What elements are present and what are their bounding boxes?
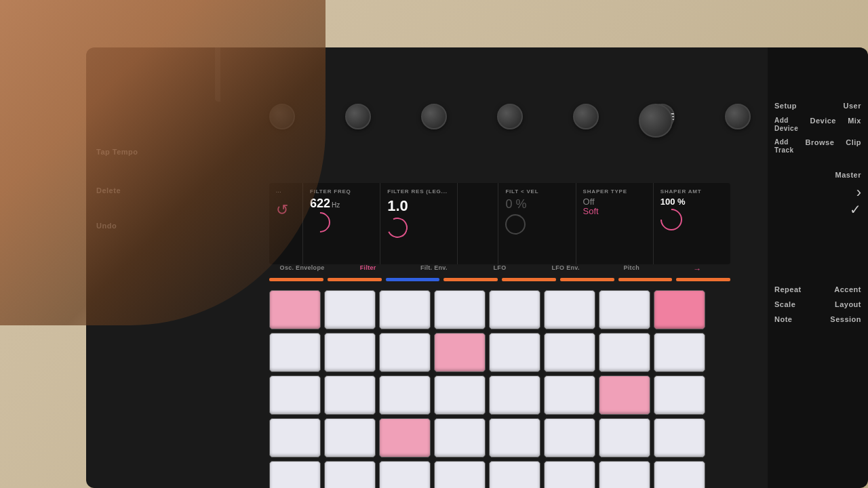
bar-5 (502, 278, 556, 281)
add-device-group: Add Device (774, 117, 798, 133)
check-button[interactable]: ✓ (774, 201, 861, 218)
pad-1-5[interactable] (489, 290, 540, 329)
pad-4-5[interactable] (489, 418, 540, 458)
pad-4-7[interactable] (599, 418, 650, 458)
pad-3-7[interactable] (599, 375, 650, 415)
mix-button[interactable]: Mix (848, 117, 861, 133)
filter-freq-value: 622 (310, 197, 330, 209)
filter-res-knob-indicator (384, 215, 410, 241)
pad-5-1[interactable] (269, 461, 321, 488)
color-bars-row (269, 278, 730, 283)
pad-1-2[interactable] (324, 290, 376, 329)
accent-button[interactable]: Accent (834, 285, 861, 293)
add-track-label2[interactable]: Track (774, 146, 794, 155)
pad-2-6[interactable] (544, 333, 595, 372)
pad-5-3[interactable] (379, 461, 431, 488)
pad-4-3[interactable] (379, 418, 431, 458)
right-large-knob[interactable] (639, 104, 673, 138)
knob-1[interactable] (269, 104, 295, 129)
add-device-label2[interactable]: Device (774, 125, 798, 133)
tab-lfo-env[interactable]: LFO Env. (533, 264, 599, 274)
filter-freq-unit: Hz (332, 201, 340, 209)
repeat-button[interactable]: Repeat (774, 285, 802, 293)
pad-3-2[interactable] (324, 375, 376, 415)
pad-row-5 (269, 461, 730, 488)
filt-vel-value: 0 % (505, 197, 568, 211)
setup-button[interactable]: Setup (774, 102, 797, 110)
pad-5-2[interactable] (324, 461, 376, 488)
knob-3[interactable] (421, 104, 447, 129)
tab-filter[interactable]: Filter (335, 264, 401, 274)
pad-3-6[interactable] (544, 375, 595, 415)
pad-2-1[interactable] (269, 333, 321, 372)
tab-arrow[interactable]: → (665, 264, 730, 274)
pad-row-3 (269, 375, 730, 415)
pad-5-6[interactable] (544, 461, 595, 488)
shaper-off-text: Off (583, 197, 646, 207)
tab-filt-env[interactable]: Filt. Env. (401, 264, 467, 274)
pad-2-3[interactable] (379, 333, 431, 372)
pad-2-2[interactable] (324, 333, 376, 372)
scale-button[interactable]: Scale (774, 300, 795, 308)
pad-4-6[interactable] (544, 418, 595, 458)
note-button[interactable]: Note (774, 315, 792, 323)
pad-1-6[interactable] (544, 290, 595, 329)
bar-7 (618, 278, 673, 281)
add-track-group: Add Track (774, 138, 794, 155)
pad-1-1[interactable] (269, 290, 321, 329)
pad-2-4[interactable] (434, 333, 486, 372)
device-button[interactable]: Device (810, 117, 835, 133)
pad-3-8[interactable] (654, 375, 705, 415)
pad-5-7[interactable] (599, 461, 650, 488)
tab-lfo[interactable]: LFO (467, 264, 532, 274)
pad-3-4[interactable] (434, 375, 486, 415)
pad-5-4[interactable] (434, 461, 486, 488)
tab-osc-envelope[interactable]: Osc. Envelope (269, 264, 335, 274)
pad-3-3[interactable] (379, 375, 431, 415)
shaper-amt-label: SHAPER AMT (660, 188, 724, 195)
session-button[interactable]: Session (830, 315, 861, 323)
shaper-amt-value: 100 % (660, 197, 724, 206)
pad-2-5[interactable] (489, 333, 540, 372)
master-row: Master (774, 168, 861, 180)
browse-button[interactable]: Browse (806, 138, 835, 155)
pad-3-5[interactable] (489, 375, 540, 415)
shaper-type-section: SHAPER TYPE Off Soft (576, 183, 654, 264)
pad-2-7[interactable] (599, 333, 650, 372)
user-button[interactable]: User (844, 102, 861, 110)
filter-res-section: FILTER RES (LEG... 1.0 (380, 183, 458, 264)
empty-section (458, 183, 498, 264)
pad-row-2 (269, 333, 730, 372)
knob-5[interactable] (573, 104, 599, 129)
nav-arrows: › ✓ (774, 184, 861, 218)
filt-vel-knob-indicator (505, 214, 526, 235)
pad-1-4[interactable] (434, 290, 486, 329)
knob-2[interactable] (345, 104, 371, 129)
tap-tempo-label: Tap Tempo (96, 148, 138, 156)
pad-5-8[interactable] (654, 461, 705, 488)
clip-button[interactable]: Clip (846, 138, 861, 155)
pad-row-1 (269, 290, 730, 329)
add-device-button[interactable]: Add (774, 117, 798, 125)
pad-4-8[interactable] (654, 418, 705, 458)
pad-1-7[interactable] (599, 290, 650, 329)
bar-3 (386, 278, 440, 281)
next-arrow[interactable]: › (774, 184, 861, 201)
bar-8 (676, 278, 730, 281)
layout-button[interactable]: Layout (835, 300, 861, 308)
pad-1-8[interactable] (654, 290, 705, 329)
tab-pitch[interactable]: Pitch (599, 264, 665, 274)
knob-7[interactable] (725, 104, 751, 129)
pad-4-4[interactable] (434, 418, 486, 458)
bar-4 (443, 278, 498, 281)
pad-5-5[interactable] (489, 461, 540, 488)
pad-3-1[interactable] (269, 375, 321, 415)
scale-layout-row: Scale Layout (774, 300, 861, 308)
pad-1-3[interactable] (379, 290, 431, 329)
pad-4-2[interactable] (324, 418, 376, 458)
pad-4-1[interactable] (269, 418, 321, 458)
add-track-button[interactable]: Add (774, 138, 794, 146)
pad-2-8[interactable] (654, 333, 705, 372)
knob-4[interactable] (497, 104, 523, 129)
delete-label: Delete (96, 186, 138, 195)
